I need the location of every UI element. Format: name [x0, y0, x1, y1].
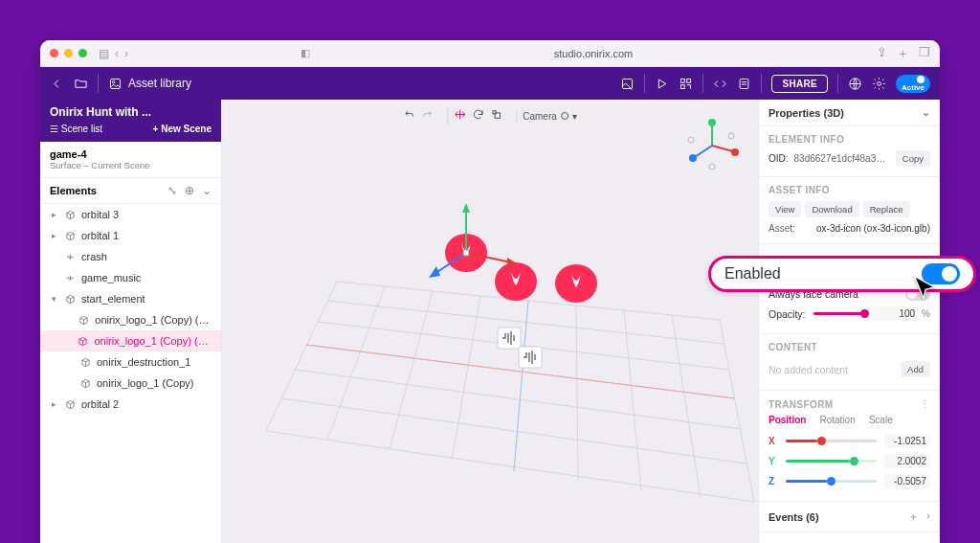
cursor-icon: [911, 274, 938, 301]
properties-header[interactable]: Properties (3D)⌄: [759, 100, 940, 126]
share-icon[interactable]: ⇪: [877, 45, 887, 62]
collapse-tree-icon[interactable]: ⤡: [167, 184, 177, 197]
scene-name: game-4: [50, 148, 212, 160]
svg-line-29: [266, 431, 754, 502]
tab-scale[interactable]: Scale: [869, 415, 893, 425]
chevron-right-icon[interactable]: ›: [124, 47, 128, 60]
chevron-left-icon[interactable]: ‹: [115, 47, 119, 60]
tree-item[interactable]: ▸orbital 1: [40, 225, 221, 246]
tree-caret-icon[interactable]: ▸: [52, 231, 58, 240]
gear-icon[interactable]: [872, 77, 886, 91]
svg-point-11: [878, 81, 881, 85]
tree-caret-icon[interactable]: ▸: [52, 399, 58, 409]
opacity-label: Opacity:: [768, 308, 806, 320]
oid-value: 83d6627e1dcf48a399...: [794, 153, 890, 164]
x-slider[interactable]: [786, 440, 877, 442]
shield-icon[interactable]: ◧: [301, 47, 310, 59]
tree-item[interactable]: game_music: [40, 267, 221, 288]
back-button[interactable]: [50, 77, 64, 91]
tab-position[interactable]: Position: [768, 415, 806, 425]
svg-marker-45: [462, 203, 470, 213]
tree-item[interactable]: ▾start_element: [40, 288, 221, 309]
new-scene-button[interactable]: + New Scene: [153, 124, 212, 134]
browser-nav-icons[interactable]: ▤ ‹ ›: [99, 47, 128, 60]
chevron-down-icon[interactable]: ⌄: [202, 184, 212, 197]
opacity-slider[interactable]: [813, 312, 866, 315]
add-element-icon[interactable]: ⊕: [185, 184, 194, 197]
y-input[interactable]: [884, 454, 930, 468]
z-slider[interactable]: [786, 480, 877, 483]
globe-icon[interactable]: [848, 77, 862, 91]
add-event-icon[interactable]: ＋: [908, 509, 919, 524]
sidebar-toggle-icon[interactable]: ▤: [99, 47, 109, 60]
doc-icon[interactable]: [737, 77, 751, 91]
content-section: CONTENT No added content Add: [759, 334, 940, 391]
element-info-section: ELEMENT INFO OID: 83d6627e1dcf48a399... …: [759, 126, 940, 177]
tree-item-label: orbital 1: [81, 230, 119, 241]
chevron-right-icon[interactable]: ›: [926, 509, 930, 524]
content-title: CONTENT: [768, 342, 930, 352]
svg-line-40: [514, 301, 528, 471]
viewport-3d[interactable]: Camera ▾: [222, 100, 758, 543]
svg-rect-7: [741, 79, 749, 88]
tree-item[interactable]: ▸orbital 2: [40, 394, 221, 415]
svg-rect-51: [498, 328, 521, 349]
y-slider[interactable]: [786, 460, 877, 463]
copy-oid-button[interactable]: Copy: [896, 150, 930, 167]
transform-menu-icon[interactable]: ⋮: [920, 398, 930, 411]
svg-line-32: [390, 291, 433, 449]
qr-icon[interactable]: [679, 77, 693, 91]
new-tab-icon[interactable]: ＋: [897, 45, 909, 62]
download-asset-button[interactable]: Download: [805, 201, 858, 217]
add-content-button[interactable]: Add: [901, 361, 930, 377]
code-icon[interactable]: [713, 77, 727, 91]
datasheets-section[interactable]: Datasheets (0) ＋›: [759, 532, 940, 543]
folder-icon[interactable]: [74, 77, 88, 91]
traffic-lights[interactable]: [50, 49, 87, 57]
x-input[interactable]: [884, 434, 930, 448]
play-button[interactable]: [655, 77, 669, 91]
svg-line-36: [624, 310, 641, 490]
tree-item[interactable]: crash: [40, 246, 221, 267]
package-icon: [64, 230, 76, 241]
scene-subtitle: Surface – Current Scene: [50, 160, 212, 170]
tree-item-label: onirix_logo_1 (Copy): [97, 377, 194, 389]
scene-block[interactable]: game-4 Surface – Current Scene: [40, 142, 221, 178]
active-badge[interactable]: Active: [896, 75, 930, 93]
elements-header-label: Elements: [50, 185, 97, 196]
tree-item[interactable]: ▸orbital 3: [40, 204, 221, 225]
scene-canvas[interactable]: [222, 100, 758, 543]
view-asset-button[interactable]: View: [768, 201, 801, 217]
cube-icon: [78, 314, 89, 326]
events-section[interactable]: Events (6) ＋›: [759, 502, 940, 532]
oid-label: OID:: [768, 153, 789, 164]
opacity-input[interactable]: [873, 306, 919, 321]
cube-icon: [78, 335, 88, 347]
tree-item-label: start_element: [81, 293, 145, 305]
svg-line-24: [327, 301, 724, 344]
image-tool-icon[interactable]: [620, 77, 635, 91]
asset-label: Asset:: [768, 223, 795, 234]
url-bar[interactable]: studio.onirix.com: [310, 48, 877, 59]
tab-rotation[interactable]: Rotation: [819, 415, 855, 425]
svg-marker-49: [429, 266, 440, 278]
opacity-unit: %: [922, 308, 930, 319]
share-button[interactable]: SHARE: [771, 75, 828, 93]
tree-item[interactable]: onirix_logo_1 (Copy) (Copy): [40, 309, 221, 330]
package-icon: [64, 293, 76, 305]
project-header: Onirix Hunt with ... ☰ Scene list + New …: [40, 100, 221, 142]
svg-rect-6: [681, 84, 685, 88]
transform-y-row: Y: [768, 451, 930, 471]
tree-caret-icon[interactable]: ▸: [52, 210, 58, 219]
tree-caret-icon[interactable]: ▾: [52, 294, 58, 304]
z-input[interactable]: [884, 474, 930, 488]
replace-asset-button[interactable]: Replace: [863, 201, 910, 217]
asset-library-button[interactable]: Asset library: [108, 77, 191, 91]
properties-panel: Properties (3D)⌄ ELEMENT INFO OID: 83d66…: [758, 100, 940, 543]
scene-list-button[interactable]: ☰ Scene list: [50, 124, 102, 134]
content-empty-label: No added content: [768, 364, 848, 375]
tabs-icon[interactable]: ❐: [919, 45, 930, 62]
tree-item[interactable]: onirix_destruction_1: [40, 351, 221, 373]
tree-item[interactable]: onirix_logo_1 (Copy): [40, 373, 221, 394]
tree-item[interactable]: onirix_logo_1 (Copy) (Copy) (C...: [40, 330, 221, 351]
